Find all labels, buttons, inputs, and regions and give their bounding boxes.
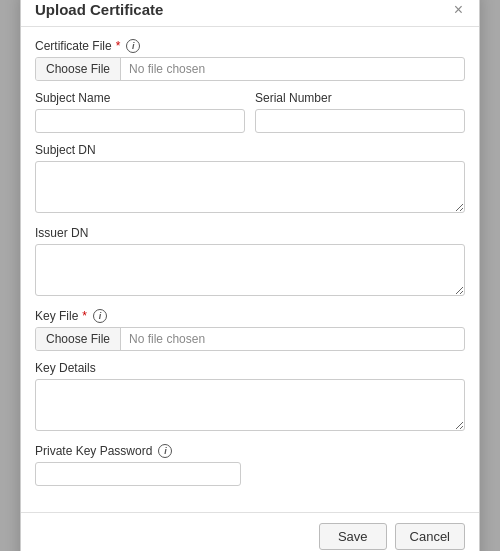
key-details-textarea[interactable] xyxy=(35,379,465,431)
subject-dn-label: Subject DN xyxy=(35,143,465,157)
modal-body: Certificate File * i Choose File No file… xyxy=(21,27,479,508)
subject-name-input[interactable] xyxy=(35,109,245,133)
key-file-input-row: Choose File No file chosen xyxy=(35,327,465,351)
key-file-name: No file chosen xyxy=(121,328,464,350)
certificate-file-input-row: Choose File No file chosen xyxy=(35,57,465,81)
issuer-dn-label: Issuer DN xyxy=(35,226,465,240)
issuer-dn-textarea[interactable] xyxy=(35,244,465,296)
private-key-password-group: Private Key Password i xyxy=(35,444,465,486)
private-key-password-label: Private Key Password i xyxy=(35,444,465,458)
key-file-group: Key File * i Choose File No file chosen xyxy=(35,309,465,351)
close-button[interactable]: × xyxy=(452,2,465,18)
certificate-file-label: Certificate File * i xyxy=(35,39,465,53)
save-button[interactable]: Save xyxy=(319,523,387,550)
modal-header: Upload Certificate × xyxy=(21,0,479,27)
certificate-choose-file-button[interactable]: Choose File xyxy=(36,58,121,80)
required-star: * xyxy=(116,39,121,53)
modal-footer: Save Cancel xyxy=(21,512,479,551)
subject-name-label: Subject Name xyxy=(35,91,245,105)
private-key-password-input[interactable] xyxy=(35,462,241,486)
modal-overlay: Upload Certificate × Certificate File * … xyxy=(0,0,500,551)
upload-certificate-modal: Upload Certificate × Certificate File * … xyxy=(20,0,480,551)
certificate-file-group: Certificate File * i Choose File No file… xyxy=(35,39,465,81)
key-choose-file-button[interactable]: Choose File xyxy=(36,328,121,350)
key-file-label: Key File * i xyxy=(35,309,465,323)
subject-dn-group: Subject DN xyxy=(35,143,465,216)
subject-name-group: Subject Name xyxy=(35,91,245,133)
subject-dn-textarea[interactable] xyxy=(35,161,465,213)
cancel-button[interactable]: Cancel xyxy=(395,523,465,550)
serial-number-group: Serial Number xyxy=(255,91,465,133)
key-details-label: Key Details xyxy=(35,361,465,375)
key-details-group: Key Details xyxy=(35,361,465,434)
serial-number-input[interactable] xyxy=(255,109,465,133)
modal-title: Upload Certificate xyxy=(35,1,163,18)
certificate-file-info-icon[interactable]: i xyxy=(126,39,140,53)
certificate-file-name: No file chosen xyxy=(121,58,464,80)
key-file-required-star: * xyxy=(82,309,87,323)
key-file-info-icon[interactable]: i xyxy=(93,309,107,323)
subject-serial-row: Subject Name Serial Number xyxy=(35,91,465,143)
private-key-password-info-icon[interactable]: i xyxy=(158,444,172,458)
serial-number-label: Serial Number xyxy=(255,91,465,105)
issuer-dn-group: Issuer DN xyxy=(35,226,465,299)
